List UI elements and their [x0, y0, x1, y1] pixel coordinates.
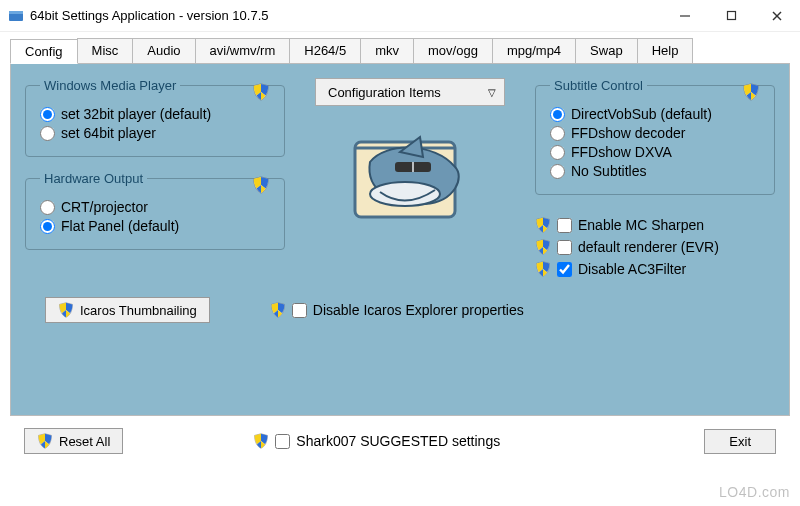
crt-radio[interactable]: [40, 200, 55, 215]
wmp-64bit-label: set 64bit player: [61, 125, 156, 141]
wmp-64bit-radio[interactable]: [40, 126, 55, 141]
window-title: 64bit Settings Application - version 10.…: [30, 8, 662, 23]
disable-icaros-explorer-option[interactable]: Disable Icaros Explorer properties: [270, 302, 524, 318]
tab-avi-wmv-rm[interactable]: avi/wmv/rm: [195, 38, 291, 63]
subtitle-control-group: Subtitle Control DirectVobSub (default) …: [535, 78, 775, 195]
shield-icon: [535, 261, 551, 277]
wmp-32bit-option[interactable]: set 32bit player (default): [40, 106, 270, 122]
flat-panel-radio[interactable]: [40, 219, 55, 234]
svg-rect-3: [727, 12, 735, 20]
tab-audio[interactable]: Audio: [132, 38, 195, 63]
directvobsub-label: DirectVobSub (default): [571, 106, 712, 122]
directvobsub-option[interactable]: DirectVobSub (default): [550, 106, 760, 122]
ffdshow-decoder-option[interactable]: FFDshow decoder: [550, 125, 760, 141]
shield-icon: [270, 302, 286, 318]
titlebar: 64bit Settings Application - version 10.…: [0, 0, 800, 32]
wmp-group: Windows Media Player set 32bit player (d…: [25, 78, 285, 157]
close-icon: [771, 10, 783, 22]
config-panel: Windows Media Player set 32bit player (d…: [10, 64, 790, 416]
wmp-64bit-option[interactable]: set 64bit player: [40, 125, 270, 141]
crt-label: CRT/projector: [61, 199, 148, 215]
shark-logo: [345, 122, 475, 232]
shield-icon: [252, 83, 270, 101]
shield-icon: [535, 217, 551, 233]
maximize-icon: [726, 10, 737, 21]
hardware-output-legend: Hardware Output: [40, 171, 147, 186]
reset-all-button[interactable]: Reset All: [24, 428, 123, 454]
shield-icon: [253, 433, 269, 449]
icaros-btn-label: Icaros Thumbnailing: [80, 303, 197, 318]
tab-strip: ConfigMiscAudioavi/wmv/rmH264/5mkvmov/og…: [10, 38, 790, 64]
tab-swap[interactable]: Swap: [575, 38, 638, 63]
disable-icaros-explorer-checkbox[interactable]: [292, 303, 307, 318]
wmp-32bit-radio[interactable]: [40, 107, 55, 122]
minimize-icon: [679, 10, 691, 22]
wmp-legend: Windows Media Player: [40, 78, 180, 93]
no-subtitles-option[interactable]: No Subtitles: [550, 163, 760, 179]
suggested-settings-option[interactable]: Shark007 SUGGESTED settings: [253, 433, 500, 449]
ffdshow-dxva-option[interactable]: FFDshow DXVA: [550, 144, 760, 160]
tab-mkv[interactable]: mkv: [360, 38, 414, 63]
tab-config[interactable]: Config: [10, 39, 78, 64]
ffdshow-decoder-label: FFDshow decoder: [571, 125, 685, 141]
wmp-32bit-label: set 32bit player (default): [61, 106, 211, 122]
exit-button[interactable]: Exit: [704, 429, 776, 454]
app-icon: [8, 8, 24, 24]
disable-ac3-checkbox[interactable]: [557, 262, 572, 277]
default-renderer-label: default renderer (EVR): [578, 239, 719, 255]
icaros-thumbnailing-button[interactable]: Icaros Thumbnailing: [45, 297, 210, 323]
mc-sharpen-label: Enable MC Sharpen: [578, 217, 704, 233]
disable-ac3-label: Disable AC3Filter: [578, 261, 686, 277]
tab-misc[interactable]: Misc: [77, 38, 134, 63]
reset-all-label: Reset All: [59, 434, 110, 449]
maximize-button[interactable]: [708, 1, 754, 31]
tab-mpg-mp4[interactable]: mpg/mp4: [492, 38, 576, 63]
directvobsub-radio[interactable]: [550, 107, 565, 122]
shield-icon: [252, 176, 270, 194]
shield-icon: [37, 433, 53, 449]
tab-mov-ogg[interactable]: mov/ogg: [413, 38, 493, 63]
suggested-settings-label: Shark007 SUGGESTED settings: [296, 433, 500, 449]
flat-panel-label: Flat Panel (default): [61, 218, 179, 234]
hardware-output-group: Hardware Output CRT/projector Flat Panel…: [25, 171, 285, 250]
suggested-settings-checkbox[interactable]: [275, 434, 290, 449]
exit-label: Exit: [729, 434, 751, 449]
default-renderer-checkbox[interactable]: [557, 240, 572, 255]
watermark: LO4D.com: [719, 484, 790, 500]
disable-icaros-explorer-label: Disable Icaros Explorer properties: [313, 302, 524, 318]
minimize-button[interactable]: [662, 1, 708, 31]
config-items-label: Configuration Items: [328, 85, 441, 100]
shield-icon: [58, 302, 74, 318]
disable-ac3-option[interactable]: Disable AC3Filter: [535, 261, 775, 277]
flat-panel-option[interactable]: Flat Panel (default): [40, 218, 270, 234]
mc-sharpen-checkbox[interactable]: [557, 218, 572, 233]
shield-icon: [742, 83, 760, 101]
close-button[interactable]: [754, 1, 800, 31]
shield-icon: [535, 239, 551, 255]
ffdshow-dxva-radio[interactable]: [550, 145, 565, 160]
crt-option[interactable]: CRT/projector: [40, 199, 270, 215]
svg-rect-1: [9, 11, 23, 14]
no-subtitles-label: No Subtitles: [571, 163, 646, 179]
tab-h264-5[interactable]: H264/5: [289, 38, 361, 63]
config-items-dropdown[interactable]: Configuration Items ▽: [315, 78, 505, 106]
subtitle-legend: Subtitle Control: [550, 78, 647, 93]
ffdshow-decoder-radio[interactable]: [550, 126, 565, 141]
no-subtitles-radio[interactable]: [550, 164, 565, 179]
default-renderer-option[interactable]: default renderer (EVR): [535, 239, 775, 255]
ffdshow-dxva-label: FFDshow DXVA: [571, 144, 672, 160]
chevron-down-icon: ▽: [488, 87, 496, 98]
mc-sharpen-option[interactable]: Enable MC Sharpen: [535, 217, 775, 233]
tab-help[interactable]: Help: [637, 38, 694, 63]
